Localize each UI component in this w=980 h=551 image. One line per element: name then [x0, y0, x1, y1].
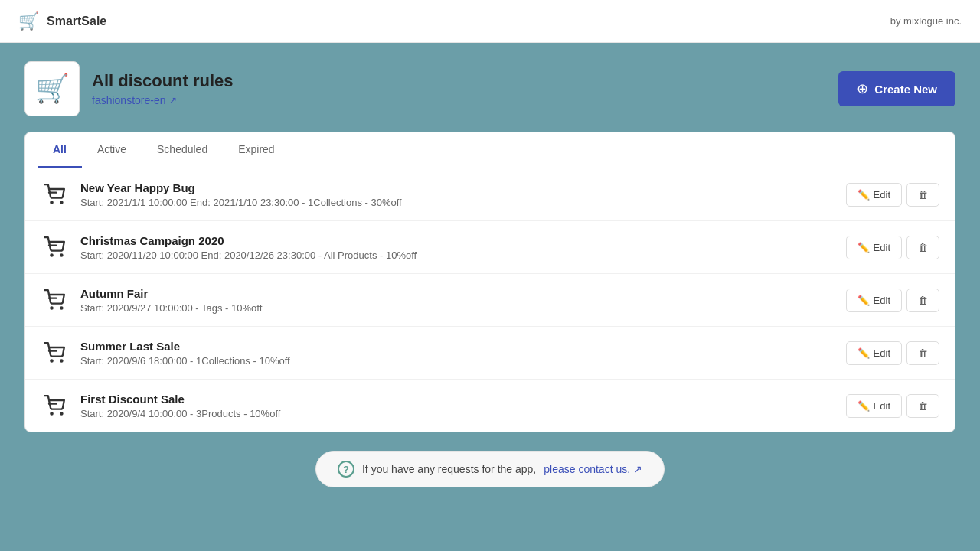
- contact-link-text: please contact us.: [544, 463, 630, 475]
- rule-icon: [41, 339, 68, 367]
- edit-icon: ✏️: [858, 400, 870, 412]
- svg-point-10: [60, 360, 62, 361]
- create-new-button[interactable]: ⊕ Create New: [838, 71, 956, 106]
- page-header-text: All discount rules fashionstore-en ↗: [92, 71, 234, 106]
- rule-icon: [41, 286, 68, 314]
- rule-name: New Year Happy Bug: [80, 181, 834, 194]
- edit-icon: ✏️: [858, 189, 870, 201]
- edit-button[interactable]: ✏️ Edit: [846, 394, 902, 418]
- table-row: New Year Happy Bug Start: 2021/1/1 10:00…: [25, 168, 955, 221]
- rule-actions: ✏️ Edit 🗑: [846, 289, 939, 312]
- rule-info: Christmas Campaign 2020 Start: 2020/11/2…: [80, 234, 834, 261]
- rule-name: First Discount Sale: [80, 393, 834, 406]
- edit-button[interactable]: ✏️ Edit: [846, 289, 902, 312]
- help-circle-icon: ?: [338, 461, 354, 478]
- rule-actions: ✏️ Edit 🗑: [846, 236, 939, 259]
- svg-point-9: [51, 360, 52, 361]
- rule-icon: [41, 392, 68, 419]
- delete-button[interactable]: 🗑: [906, 289, 939, 312]
- edit-button[interactable]: ✏️ Edit: [846, 183, 902, 207]
- svg-point-1: [60, 201, 62, 203]
- table-row: Christmas Campaign 2020 Start: 2020/11/2…: [25, 221, 955, 274]
- page-header: 🛒 All discount rules fashionstore-en ↗ ⊕…: [24, 61, 956, 116]
- contact-external-icon: ↗: [633, 463, 642, 475]
- rule-meta: Start: 2021/1/1 10:00:00 End: 2021/1/10 …: [80, 197, 834, 208]
- tab-scheduled[interactable]: Scheduled: [142, 132, 223, 168]
- trash-icon: 🗑: [918, 242, 928, 253]
- svg-point-7: [60, 307, 62, 308]
- trash-icon: 🗑: [918, 189, 928, 201]
- tab-all[interactable]: All: [38, 132, 82, 168]
- rule-actions: ✏️ Edit 🗑: [846, 394, 939, 418]
- edit-button[interactable]: ✏️ Edit: [846, 341, 902, 365]
- main-content: 🛒 All discount rules fashionstore-en ↗ ⊕…: [0, 43, 980, 506]
- rule-info: First Discount Sale Start: 2020/9/4 10:0…: [80, 393, 834, 419]
- delete-button[interactable]: 🗑: [906, 341, 939, 365]
- svg-point-0: [51, 201, 52, 203]
- external-link-icon: ↗: [169, 95, 177, 106]
- delete-button[interactable]: 🗑: [906, 236, 939, 259]
- table-row: Autumn Fair Start: 2020/9/27 10:00:00 - …: [25, 274, 955, 327]
- edit-button[interactable]: ✏️ Edit: [846, 236, 902, 259]
- topbar: 🛒 SmartSale by mixlogue inc.: [0, 0, 980, 43]
- delete-button[interactable]: 🗑: [906, 394, 939, 418]
- notice-box: ? If you have any requests for the app, …: [315, 451, 665, 487]
- app-icon: 🛒: [24, 61, 80, 116]
- app-logo-icon: 🛒: [18, 11, 39, 31]
- page-header-left: 🛒 All discount rules fashionstore-en ↗: [24, 61, 234, 116]
- edit-icon: ✏️: [858, 242, 870, 253]
- edit-icon: ✏️: [858, 347, 870, 359]
- tabs-bar: All Active Scheduled Expired: [25, 132, 955, 168]
- rule-info: New Year Happy Bug Start: 2021/1/1 10:00…: [80, 181, 834, 208]
- svg-point-4: [60, 254, 62, 256]
- svg-point-3: [51, 254, 52, 256]
- trash-icon: 🗑: [918, 347, 928, 359]
- svg-point-6: [51, 307, 52, 308]
- contact-link[interactable]: please contact us. ↗: [544, 463, 642, 475]
- rules-list: New Year Happy Bug Start: 2021/1/1 10:00…: [25, 168, 955, 432]
- create-icon: ⊕: [857, 80, 868, 97]
- store-name: fashionstore-en: [92, 94, 166, 106]
- rule-name: Christmas Campaign 2020: [80, 234, 834, 247]
- edit-label: Edit: [874, 295, 890, 306]
- edit-label: Edit: [874, 242, 890, 253]
- rule-icon: [41, 233, 68, 261]
- store-link[interactable]: fashionstore-en ↗: [92, 94, 234, 106]
- page-title: All discount rules: [92, 71, 234, 91]
- rule-info: Autumn Fair Start: 2020/9/27 10:00:00 - …: [80, 287, 834, 314]
- rule-icon: [41, 181, 68, 208]
- rule-meta: Start: 2020/11/20 10:00:00 End: 2020/12/…: [80, 249, 834, 261]
- table-row: Summer Last Sale Start: 2020/9/6 18:00:0…: [25, 327, 955, 380]
- table-row: First Discount Sale Start: 2020/9/4 10:0…: [25, 380, 955, 432]
- rule-meta: Start: 2020/9/27 10:00:00 - Tags - 10%of…: [80, 302, 834, 314]
- tab-expired[interactable]: Expired: [223, 132, 289, 168]
- tab-active[interactable]: Active: [82, 132, 142, 168]
- rule-name: Summer Last Sale: [80, 340, 834, 353]
- notice-text: If you have any requests for the app,: [362, 463, 536, 475]
- edit-icon: ✏️: [858, 295, 870, 306]
- edit-label: Edit: [874, 347, 890, 359]
- trash-icon: 🗑: [918, 295, 928, 306]
- edit-label: Edit: [874, 189, 890, 201]
- rule-info: Summer Last Sale Start: 2020/9/6 18:00:0…: [80, 340, 834, 367]
- app-title: SmartSale: [47, 15, 106, 28]
- footer-notice: ? If you have any requests for the app, …: [24, 451, 956, 487]
- rules-card: All Active Scheduled Expired: [24, 132, 956, 432]
- rule-meta: Start: 2020/9/6 18:00:00 - 1Collections …: [80, 355, 834, 367]
- topbar-byline: by mixlogue inc.: [890, 15, 962, 27]
- rule-actions: ✏️ Edit 🗑: [846, 341, 939, 365]
- topbar-brand: 🛒 SmartSale: [18, 11, 106, 31]
- rule-name: Autumn Fair: [80, 287, 834, 300]
- rule-meta: Start: 2020/9/4 10:00:00 - 3Products - 1…: [80, 408, 834, 419]
- rule-actions: ✏️ Edit 🗑: [846, 183, 939, 207]
- app-icon-emoji: 🛒: [35, 73, 70, 105]
- svg-point-13: [60, 412, 62, 414]
- delete-button[interactable]: 🗑: [906, 183, 939, 207]
- edit-label: Edit: [874, 400, 890, 412]
- svg-point-12: [51, 412, 52, 414]
- trash-icon: 🗑: [918, 400, 928, 412]
- create-button-label: Create New: [874, 83, 937, 96]
